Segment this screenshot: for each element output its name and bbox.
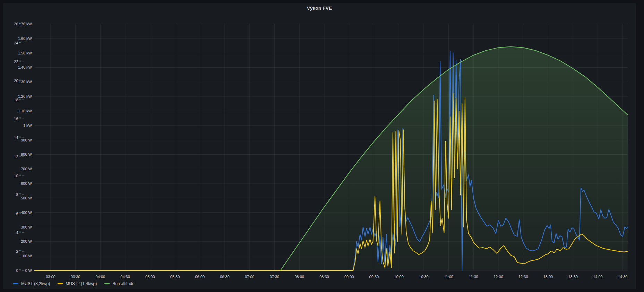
time-tick-label: 14:30 <box>618 275 628 279</box>
time-tick-label: 04:00 <box>96 275 105 279</box>
grafana-panel: Výkon FVE 26 °24 °22 °20 °18 °16 °14 °12… <box>3 3 636 289</box>
power-tick-label: 1 kW <box>23 123 32 128</box>
power-tick-label: 1.50 kW <box>18 51 32 55</box>
time-tick-label: 07:00 <box>245 275 255 279</box>
power-tick-label: 800 W <box>21 152 32 156</box>
time-tick-label: 06:00 <box>195 275 205 279</box>
power-tick-label: 600 W <box>21 181 32 186</box>
legend-item-must[interactable]: MUST (3,2kwp) <box>13 281 50 286</box>
time-tick-label: 08:00 <box>294 275 304 279</box>
y-axes: 26 °24 °22 °20 °18 °16 °14 °12 °10 °8 °6… <box>14 22 32 273</box>
power-tick-label: 1.60 kW <box>18 36 32 41</box>
legend-item-sun[interactable]: Sun altitude <box>104 281 134 286</box>
time-tick-label: 13:30 <box>568 275 578 279</box>
time-tick-label: 10:00 <box>394 275 404 279</box>
degree-tick-label: 0 ° <box>16 268 21 273</box>
time-tick-label: 06:30 <box>220 275 230 279</box>
time-tick-label: 12:00 <box>493 275 503 279</box>
legend: MUST (3,2kwp)MUST2 (1,4kwp)Sun altitude <box>13 281 135 286</box>
degree-tick-label: 8 ° <box>16 192 21 197</box>
legend-item-must2[interactable]: MUST2 (1,4kwp) <box>58 281 97 286</box>
power-tick-label: 1.70 kW <box>18 22 32 26</box>
power-tick-label: 700 W <box>21 167 32 171</box>
time-tick-label: 05:00 <box>145 275 155 279</box>
degree-tick-label: 24 ° <box>14 41 21 45</box>
time-tick-label: 05:30 <box>170 275 180 279</box>
power-tick-label: 1.10 kW <box>18 109 32 113</box>
legend-swatch <box>58 283 63 284</box>
legend-label: Sun altitude <box>112 281 134 286</box>
power-tick-label: 1.40 kW <box>18 65 32 69</box>
degree-tick-label: 6 ° <box>16 212 21 216</box>
time-tick-label: 08:30 <box>319 275 329 279</box>
time-tick-label: 12:30 <box>518 275 528 279</box>
time-tick-label: 04:30 <box>120 275 130 279</box>
time-tick-label: 10:30 <box>419 275 429 279</box>
degree-tick-label: 12 ° <box>14 155 21 159</box>
power-tick-label: 1.20 kW <box>18 94 32 98</box>
time-tick-label: 03:00 <box>46 275 55 279</box>
time-tick-label: 09:00 <box>344 275 354 279</box>
time-tick-label: 09:30 <box>369 275 379 279</box>
degree-tick-label: 16 ° <box>14 117 21 121</box>
power-tick-label: 500 W <box>21 196 32 200</box>
legend-label: MUST2 (1,4kwp) <box>66 281 97 286</box>
power-tick-label: 100 W <box>21 254 32 258</box>
power-tick-label: 0 W <box>25 268 32 273</box>
legend-label: MUST (3,2kwp) <box>21 281 50 286</box>
time-tick-label: 03:30 <box>71 275 80 279</box>
power-tick-label: 1.30 kW <box>18 80 32 84</box>
time-tick-label: 07:30 <box>270 275 280 279</box>
time-tick-label: 11:00 <box>444 275 453 279</box>
degree-tick-label: 14 ° <box>14 136 21 140</box>
time-tick-label: 11:30 <box>469 275 478 279</box>
power-tick-label: 400 W <box>21 211 32 215</box>
power-tick-label: 200 W <box>21 239 32 243</box>
time-tick-label: 13:00 <box>543 275 553 279</box>
degree-tick-label: 10 ° <box>14 174 21 178</box>
time-tick-label: 14:00 <box>593 275 603 279</box>
power-tick-label: 300 W <box>21 225 32 229</box>
power-tick-label: 900 W <box>21 138 32 142</box>
degree-tick-label: 22 ° <box>14 60 21 64</box>
x-axis: 03:0003:3004:0004:3005:0005:3006:0006:30… <box>46 275 627 279</box>
legend-swatch <box>104 283 110 284</box>
degree-tick-label: 2 ° <box>16 249 21 254</box>
legend-swatch <box>13 283 18 284</box>
degree-tick-label: 4 ° <box>16 231 21 235</box>
chart-svg[interactable]: 26 °24 °22 °20 °18 °16 °14 °12 °10 °8 °6… <box>3 3 636 289</box>
